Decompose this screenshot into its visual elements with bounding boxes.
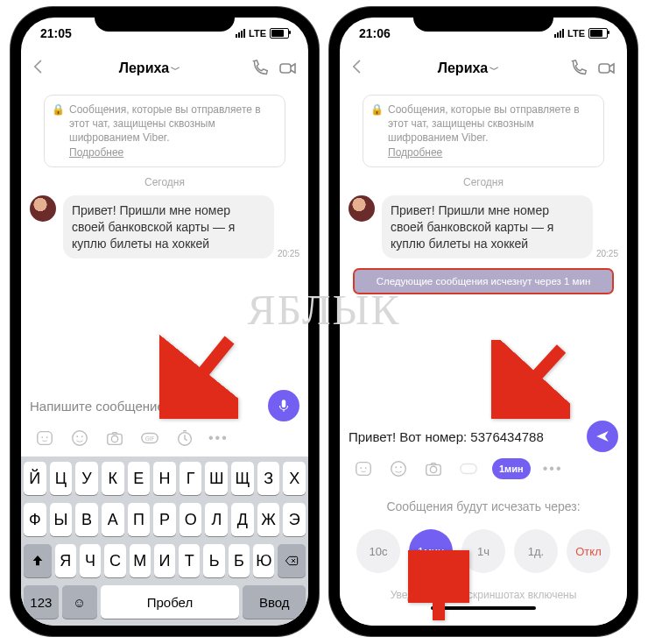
key-backspace[interactable]	[278, 544, 306, 577]
key-Ч[interactable]: Ч	[80, 544, 101, 577]
svg-rect-0	[280, 64, 291, 73]
gif-icon[interactable]	[457, 457, 480, 480]
keyboard-row-1: ЙЦУКЕНГШЩЗХ	[24, 462, 306, 495]
key-Б[interactable]: Б	[229, 544, 250, 577]
key-Х[interactable]: Х	[283, 462, 306, 495]
timer-panel-footer: Уведомления о скриншотах включены	[349, 589, 618, 601]
key-enter[interactable]: Ввод	[243, 585, 306, 619]
key-Ш[interactable]: Ш	[205, 462, 228, 495]
call-icon[interactable]	[249, 57, 271, 80]
svg-point-17	[365, 467, 367, 469]
key-Л[interactable]: Л	[205, 503, 228, 536]
key-Д[interactable]: Д	[231, 503, 254, 536]
input-icons: GIF •••	[30, 421, 299, 453]
key-Ж[interactable]: Ж	[257, 503, 280, 536]
keyboard[interactable]: ЙЦУКЕНГШЩЗХ ФЫВАПРОЛДЖЭ ЯЧСМИТЬБЮ 123 ☺ …	[21, 456, 308, 626]
key-С[interactable]: С	[104, 544, 125, 577]
sticker-icon[interactable]	[352, 457, 375, 480]
video-call-icon[interactable]	[595, 57, 618, 80]
key-Ь[interactable]: Ь	[203, 544, 224, 577]
chat-title[interactable]: Лериха﹀	[56, 60, 243, 76]
timer-option-0[interactable]: 10с	[356, 529, 400, 573]
svg-rect-2	[38, 432, 53, 445]
battery-icon	[270, 28, 289, 39]
key-Щ[interactable]: Щ	[231, 462, 254, 495]
key-space[interactable]: Пробел	[101, 585, 240, 619]
encryption-more-link[interactable]: Подробнее	[69, 146, 123, 159]
status-time: 21:06	[359, 26, 391, 40]
message-bubble[interactable]: Привет! Пришли мне номер своей банковско…	[382, 195, 593, 259]
avatar[interactable]	[30, 195, 56, 222]
key-Э[interactable]: Э	[283, 503, 306, 536]
svg-point-9	[111, 435, 117, 442]
call-icon[interactable]	[567, 57, 590, 80]
avatar[interactable]	[349, 195, 375, 222]
chat-body: 🔒 Сообщения, которые вы отправляете в эт…	[340, 88, 627, 415]
key-П[interactable]: П	[128, 503, 151, 536]
key-emoji[interactable]: ☺	[62, 585, 97, 619]
key-О[interactable]: О	[180, 503, 202, 536]
key-Н[interactable]: Н	[153, 462, 176, 495]
day-label: Сегодня	[349, 176, 618, 188]
key-В[interactable]: В	[75, 503, 98, 536]
keyboard-row-3: ЯЧСМИТЬБЮ	[24, 544, 306, 577]
camera-icon[interactable]	[103, 427, 126, 449]
status-time: 21:05	[40, 26, 72, 40]
svg-point-5	[73, 431, 88, 446]
key-Я[interactable]: Я	[55, 544, 76, 577]
key-Т[interactable]: Т	[179, 544, 200, 577]
sticker-icon[interactable]	[33, 427, 56, 449]
key-У[interactable]: У	[75, 462, 98, 495]
home-indicator	[431, 606, 536, 610]
send-button[interactable]	[587, 421, 618, 452]
svg-point-22	[430, 466, 436, 472]
notch	[413, 7, 553, 32]
timer-option-2[interactable]: 1ч	[461, 529, 505, 573]
carrier-label: LTE	[249, 28, 266, 39]
more-icon[interactable]: •••	[208, 430, 229, 446]
video-call-icon[interactable]	[277, 57, 299, 80]
key-Р[interactable]: Р	[153, 503, 176, 536]
key-shift[interactable]	[24, 544, 52, 577]
chat-title[interactable]: Лериха﹀	[375, 60, 562, 76]
key-Й[interactable]: Й	[24, 462, 46, 495]
chevron-down-icon: ﹀	[490, 64, 499, 74]
signal-icon	[554, 29, 564, 38]
key-А[interactable]: А	[102, 503, 124, 536]
timer-icon[interactable]	[173, 427, 196, 449]
message-bubble[interactable]: Привет! Пришли мне номер своей банковско…	[63, 195, 274, 259]
key-З[interactable]: З	[257, 462, 280, 495]
key-Ы[interactable]: Ы	[50, 503, 73, 536]
key-Ю[interactable]: Ю	[253, 544, 274, 577]
encryption-notice: 🔒 Сообщения, которые вы отправляете в эт…	[363, 95, 604, 167]
chevron-down-icon: ﹀	[171, 64, 180, 74]
key-Г[interactable]: Г	[180, 462, 202, 495]
camera-icon[interactable]	[422, 457, 445, 480]
more-icon[interactable]: •••	[543, 461, 563, 477]
timer-option-1[interactable]: 1мин	[409, 529, 453, 573]
message-row: Привет! Пришли мне номер своей банковско…	[349, 195, 618, 259]
key-123[interactable]: 123	[24, 585, 59, 619]
key-К[interactable]: К	[102, 462, 124, 495]
key-М[interactable]: М	[130, 544, 151, 577]
timer-option-4[interactable]: Откл	[567, 529, 610, 573]
input-area: Напишите сообщение... GIF •••	[21, 385, 308, 456]
message-input[interactable]: Напишите сообщение...	[30, 399, 261, 414]
timer-badge[interactable]: 1мин	[492, 458, 531, 479]
svg-point-20	[400, 466, 402, 468]
message-input[interactable]: Привет! Вот номер: 5376434788	[349, 429, 580, 444]
emoji-icon[interactable]	[387, 457, 410, 480]
mic-button[interactable]	[268, 390, 299, 421]
key-Ц[interactable]: Ц	[50, 462, 73, 495]
key-И[interactable]: И	[154, 544, 175, 577]
back-icon[interactable]	[349, 58, 370, 79]
key-Ф[interactable]: Ф	[24, 503, 46, 536]
emoji-icon[interactable]	[68, 427, 91, 449]
timer-option-3[interactable]: 1д.	[514, 529, 558, 573]
svg-point-19	[395, 466, 397, 468]
gif-icon[interactable]: GIF	[138, 427, 161, 449]
back-icon[interactable]	[30, 58, 51, 79]
chat-header: Лериха﹀	[340, 49, 627, 88]
key-Е[interactable]: Е	[128, 462, 151, 495]
encryption-more-link[interactable]: Подробнее	[388, 146, 442, 159]
